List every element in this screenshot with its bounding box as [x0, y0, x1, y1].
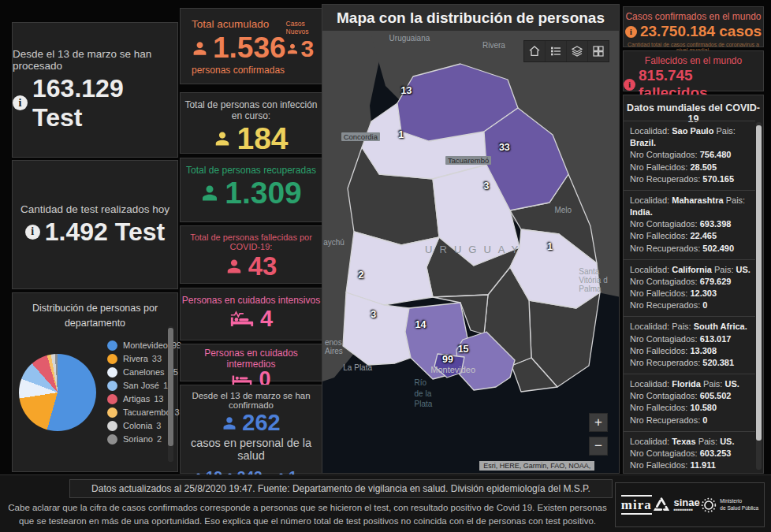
department-pie-chart[interactable]	[19, 354, 96, 431]
map-label: Tacuarembó	[445, 156, 491, 165]
recovered-title: Total de personas recuperadas	[181, 158, 322, 176]
legend-list-icon[interactable]	[545, 41, 566, 61]
world-entry-location: Localidad: Florida Pais: US.	[630, 378, 752, 390]
world-list-scrollbar-thumb[interactable]	[756, 125, 762, 441]
world-list-scrollbar[interactable]	[756, 122, 762, 470]
legend-swatch	[107, 381, 117, 391]
total-tests-number: 163.129 Test	[32, 74, 177, 132]
world-entry-stat: Nro Recuperados: 0	[630, 415, 752, 426]
world-entry-stat: Nro Contagiados: 693.398	[630, 218, 752, 230]
map-region-count: 1	[547, 241, 553, 252]
world-entry-location: Localidad: California Pais: US.	[630, 264, 752, 276]
person-icon	[192, 40, 208, 57]
world-entry-location: Localidad: Sao Paulo Pais: Brazil.	[630, 125, 752, 149]
world-deaths-panel: Fallecidos en el mundo i 815.745 falleci…	[623, 50, 764, 91]
legend-swatch	[107, 354, 117, 364]
world-entry-stat: Nro Recuperados: 570.165	[630, 173, 752, 185]
world-entry-stat: Nro Contagiados: 605.502	[630, 390, 752, 402]
deceased-panel: Total de personas fallecidas por COVID-1…	[180, 225, 322, 284]
map-attribution: Esri, HERE, Garmin, FAO, NOAA,	[479, 461, 594, 471]
legend-value: 33	[152, 354, 162, 363]
health-staff-panel: Desde el 13 de marzo se han confirmado 2…	[180, 385, 322, 474]
recovered-panel: Total de personas recuperadas 1.309	[180, 158, 322, 222]
sinae-logo-subtext: ■■■■■■■■■	[673, 508, 699, 512]
world-entry-location: Localidad: Pais: South Africa.	[630, 321, 752, 333]
legend-value: 2	[157, 434, 162, 444]
map-region-count: 15	[458, 344, 469, 355]
legend-swatch	[107, 407, 117, 418]
info-icon[interactable]: i	[13, 95, 28, 110]
map-label: Rivera	[482, 41, 505, 50]
intermediate-care-panel: Personas en cuidados intermedios 0	[180, 344, 322, 381]
layers-icon[interactable]	[566, 41, 587, 61]
world-entry: Localidad: Maharashtra Pais: India.Nro C…	[624, 190, 755, 259]
legend-swatch	[107, 434, 117, 445]
msp-emblem-icon	[701, 497, 717, 513]
info-icon[interactable]: i	[25, 225, 40, 240]
legend-swatch	[107, 340, 117, 351]
world-entry-stat: Nro Fallecidos: 22.465	[630, 230, 752, 242]
world-data-list[interactable]: Localidad: Sao Paulo Pais: Brazil.Nro Co…	[624, 121, 755, 470]
world-cases-value: i 23.750.184 casos	[624, 23, 763, 40]
legend-label: Colonia	[123, 421, 152, 430]
map-region-count: 13	[400, 85, 412, 96]
legend-scrollbar-thumb[interactable]	[168, 328, 173, 446]
footer: Datos actualizados al 25/8/2020 19:47. F…	[0, 474, 771, 532]
world-entry: Localidad: Pais: South Africa.Nro Contag…	[624, 316, 755, 374]
zoom-out-button[interactable]: −	[589, 437, 608, 456]
map-region-count: 33	[499, 142, 510, 153]
legend-label: Soriano	[123, 434, 153, 444]
map-label: aychú	[323, 238, 345, 247]
legend-swatch	[107, 394, 117, 404]
icu-title: Personas en cuidados intensivos	[181, 288, 322, 306]
person-icon	[225, 258, 243, 275]
active-cases-panel: Total de personas con infección en curso…	[180, 92, 322, 154]
map-label: Montevideo	[430, 365, 475, 374]
active-cases-number: 184	[237, 121, 288, 156]
legend-label: Montevideo	[123, 340, 168, 350]
world-entry-stat: Nro Contagiados: 756.480	[630, 149, 752, 161]
map-region-count: 1	[398, 129, 404, 140]
accumulated-panel: Total acumulado 1.536 personas confirmad…	[180, 8, 322, 84]
deceased-title: Total de personas fallecidas por COVID-1…	[181, 226, 322, 251]
info-icon[interactable]: i	[624, 79, 635, 91]
map-toolbar	[523, 40, 609, 62]
zoom-in-button[interactable]: +	[589, 413, 608, 432]
world-entry-stat: Nro Fallecidos: 28.505	[630, 162, 752, 173]
department-pie-panel: Distribución de personas por departament…	[12, 292, 178, 472]
icu-value: 4	[181, 306, 322, 332]
person-icon	[222, 415, 237, 431]
mira-logo: mira	[621, 493, 652, 516]
world-cases-title: Casos confirmados en el mundo	[624, 7, 763, 22]
new-cases-label: Casos Nuevos	[286, 20, 315, 35]
today-tests-value: i 1.492 Test	[25, 218, 165, 247]
legend-label: Tacuarembó	[123, 407, 171, 417]
map-label: Uruguaiana	[389, 34, 430, 43]
map-region-count: 99	[442, 354, 453, 365]
person-icon	[200, 184, 219, 203]
mira-logo-bar	[621, 495, 652, 497]
world-deaths-title: Fallecidos en el mundo	[624, 51, 763, 66]
recovered-number: 1.309	[225, 176, 302, 210]
world-entry-stat: Nro Contagiados: 603.253	[630, 448, 752, 459]
icu-number: 4	[260, 306, 273, 332]
map-canvas[interactable]: 131333123141599 UruguaianaRiveraConcordi…	[322, 31, 619, 473]
world-entry-stat: Nro Recuperados: 520.381	[630, 357, 752, 369]
info-icon[interactable]: i	[625, 26, 637, 38]
accumulated-number: 1.536	[213, 32, 286, 65]
legend-swatch	[107, 421, 117, 431]
basemap-icon[interactable]	[587, 41, 609, 61]
map-label: Río de la Plata	[415, 378, 433, 410]
icu-panel: Personas en cuidados intensivos 4	[180, 288, 322, 340]
legend-scrollbar[interactable]	[168, 326, 173, 462]
msp-logo-text: Ministerio de Salud Pública	[720, 498, 758, 512]
map-region-count: 3	[483, 180, 489, 192]
total-tests-label: Desde el 13 de marzo se han procesado	[13, 48, 177, 72]
mira-logo-text: mira	[621, 498, 652, 512]
map-label: enos Aires	[325, 338, 343, 355]
world-entry: Localidad: Texas Pais: US.Nro Contagiado…	[624, 431, 755, 470]
home-icon[interactable]	[524, 41, 545, 61]
accumulated-value: 1.536	[192, 32, 286, 65]
health-staff-prefix: Desde el 13 de marzo se han confirmado	[181, 385, 322, 410]
logos: mira sinae ■■■■■■■■■ Ministerio de Salud…	[615, 482, 765, 527]
